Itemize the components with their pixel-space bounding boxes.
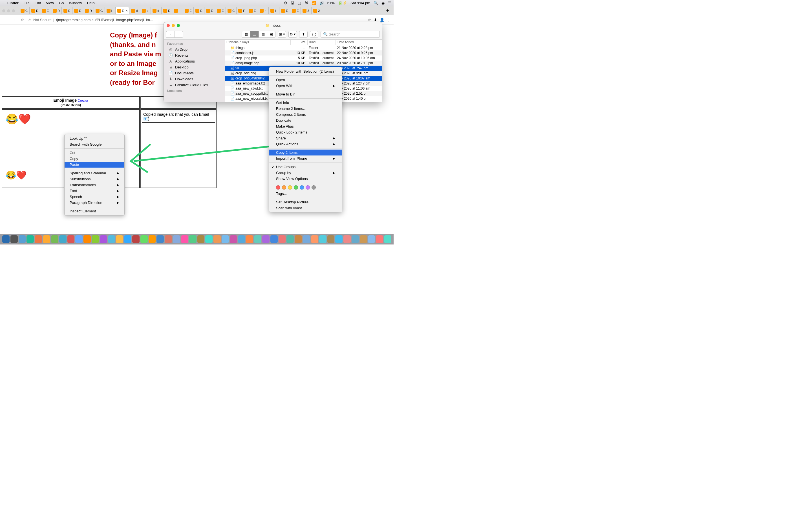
- airplay-icon[interactable]: ▢: [298, 1, 301, 5]
- view-list-button[interactable]: ☰: [250, 31, 259, 38]
- browser-tab[interactable]: E: [204, 7, 215, 14]
- dock-app[interactable]: [343, 235, 351, 243]
- dock-app[interactable]: [124, 235, 132, 243]
- spotlight-icon[interactable]: 🔍: [373, 1, 378, 5]
- ctx-search-google[interactable]: Search with Google: [64, 142, 124, 147]
- dock-app[interactable]: [156, 235, 164, 243]
- fctx-tags[interactable]: Tags…: [269, 191, 342, 196]
- browser-tab[interactable]: E: [30, 7, 40, 14]
- browser-tab[interactable]: r: [258, 7, 269, 14]
- dock-app[interactable]: [368, 235, 375, 243]
- dock-app[interactable]: [189, 235, 197, 243]
- ctx-cut[interactable]: Cut: [64, 150, 124, 156]
- fctx-move-bin[interactable]: Move to Bin: [269, 91, 342, 97]
- fctx-quick-look[interactable]: Quick Look 2 Items: [269, 129, 342, 135]
- menu-help[interactable]: Help: [87, 1, 95, 5]
- creator-link[interactable]: Creator: [78, 99, 88, 102]
- browser-tab[interactable]: F: [237, 7, 247, 14]
- browser-tab[interactable]: E: [40, 7, 51, 14]
- forward-button[interactable]: →: [11, 17, 17, 23]
- dock-app[interactable]: [92, 235, 99, 243]
- share-button[interactable]: ⬆: [299, 31, 308, 38]
- sidebar-item-creative-cloud-files[interactable]: ☁Creative Cloud Files: [164, 82, 225, 88]
- dock-app[interactable]: [67, 235, 75, 243]
- dock-app[interactable]: [303, 235, 310, 243]
- sidebar-item-recents[interactable]: 🕒Recents: [164, 52, 225, 58]
- browser-tab[interactable]: E: [194, 7, 204, 14]
- dock-app[interactable]: [221, 235, 229, 243]
- menu-go[interactable]: Go: [59, 1, 64, 5]
- dock-app[interactable]: [10, 235, 18, 243]
- dock-app[interactable]: [254, 235, 261, 243]
- fctx-import-iphone[interactable]: Import from iPhone▶: [269, 156, 342, 161]
- dock-app[interactable]: [2, 235, 10, 243]
- tag-color-dot[interactable]: [294, 185, 298, 189]
- dock-app[interactable]: [246, 235, 253, 243]
- menu-view[interactable]: View: [46, 1, 54, 5]
- browser-tab[interactable]: I: [105, 7, 116, 14]
- dock-app[interactable]: [132, 235, 140, 243]
- fctx-use-groups[interactable]: ✓Use Groups: [269, 164, 342, 170]
- dock-app[interactable]: [230, 235, 237, 243]
- dock-app[interactable]: [384, 235, 391, 243]
- avatar-icon[interactable]: 👤: [380, 18, 384, 22]
- ctx-paste[interactable]: Paste: [64, 162, 124, 168]
- dock-app[interactable]: [43, 235, 50, 243]
- dock-app[interactable]: [278, 235, 286, 243]
- sidebar-item-downloads[interactable]: ⬇Downloads: [164, 76, 225, 82]
- sidebar-item-airdrop[interactable]: ◎AirDrop: [164, 47, 225, 52]
- fctx-scan-avast[interactable]: Scan with Avast: [269, 205, 342, 211]
- tag-color-dot[interactable]: [300, 185, 304, 189]
- browser-tab[interactable]: R: [83, 7, 94, 14]
- dock-app[interactable]: [262, 235, 269, 243]
- bookmark-icon[interactable]: ☆: [368, 18, 371, 22]
- browser-tab[interactable]: C: [226, 7, 237, 14]
- dock-app[interactable]: [18, 235, 26, 243]
- group-button[interactable]: ⊞ ▾: [278, 31, 286, 38]
- clock[interactable]: Sat 9:04 pm: [350, 1, 370, 5]
- address-bar[interactable]: ⚠ Not Secure | rjmprogramming.com.au/PHP…: [28, 18, 365, 22]
- dock-app[interactable]: [205, 235, 213, 243]
- finder-window-controls[interactable]: [167, 24, 180, 27]
- browser-tab[interactable]: I: [269, 7, 280, 14]
- tag-color-dot[interactable]: [282, 185, 286, 189]
- fctx-get-info[interactable]: Get Info: [269, 100, 342, 106]
- dock-app[interactable]: [173, 235, 180, 243]
- dock-app[interactable]: [311, 235, 318, 243]
- fctx-duplicate[interactable]: Duplicate: [269, 117, 342, 123]
- dock-app[interactable]: [197, 235, 205, 243]
- app-name[interactable]: Finder: [7, 1, 18, 5]
- nav-back-button[interactable]: ‹: [166, 31, 174, 38]
- browser-tab[interactable]: E: [161, 7, 172, 14]
- fctx-open-with[interactable]: Open With▶: [269, 83, 342, 89]
- fctx-open[interactable]: Open: [269, 77, 342, 83]
- dock-app[interactable]: [335, 235, 343, 243]
- ctx-spelling[interactable]: Spelling and Grammar▶: [64, 170, 124, 176]
- siri-icon[interactable]: ◉: [382, 1, 385, 5]
- back-button[interactable]: ←: [3, 17, 8, 23]
- dock-app[interactable]: [116, 235, 123, 243]
- browser-tab[interactable]: d: [151, 7, 161, 14]
- ctx-paragraph[interactable]: Paragraph Direction▶: [64, 200, 124, 206]
- dock-app[interactable]: [59, 235, 66, 243]
- finder-search[interactable]: 🔍Search: [320, 31, 380, 38]
- browser-tab[interactable]: E: [62, 7, 72, 14]
- volume-icon[interactable]: 🔊: [319, 1, 324, 5]
- dock-app[interactable]: [327, 235, 335, 243]
- dock-app[interactable]: [140, 235, 148, 243]
- dock-app[interactable]: [108, 235, 115, 243]
- menu-edit[interactable]: Edit: [35, 1, 41, 5]
- dock-app[interactable]: [149, 235, 156, 243]
- dock-app[interactable]: [270, 235, 278, 243]
- ctx-inspect[interactable]: Inspect Element: [64, 208, 124, 214]
- fctx-group-by[interactable]: Group by▶: [269, 170, 342, 176]
- tag-color-dot[interactable]: [276, 185, 280, 189]
- email-link[interactable]: Email: [199, 112, 209, 117]
- fctx-make-alias[interactable]: Make Alias: [269, 123, 342, 129]
- browser-tab[interactable]: E: [72, 7, 83, 14]
- menu-window[interactable]: Window: [69, 1, 82, 5]
- browser-tab[interactable]: E: [183, 7, 194, 14]
- fctx-tag-colors[interactable]: [269, 184, 342, 191]
- extension-icon[interactable]: ⬇: [374, 18, 377, 22]
- browser-tab[interactable]: E: [215, 7, 226, 14]
